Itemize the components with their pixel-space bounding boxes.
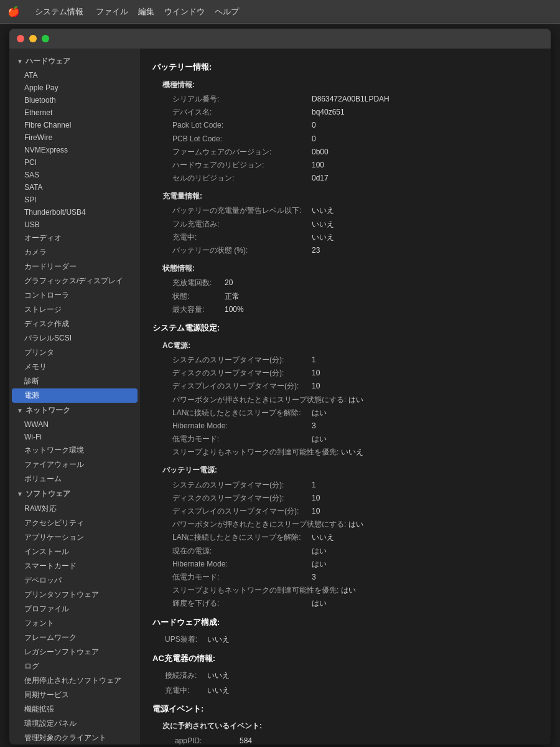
maximize-button[interactable] bbox=[42, 35, 49, 42]
disk-sleep-label: ディスクのスリープタイマー(分): bbox=[172, 367, 309, 379]
hardware-config-title: ハードウェア構成: bbox=[152, 616, 538, 629]
sidebar-item-fonts[interactable]: フォント bbox=[9, 616, 140, 631]
sidebar-item-sas[interactable]: SAS bbox=[9, 169, 140, 181]
system-sleep-value: 1 bbox=[312, 354, 316, 366]
sidebar-item-thunderbolt[interactable]: Thunderbolt/USB4 bbox=[9, 206, 140, 218]
sidebar-item-applepay[interactable]: Apple Pay bbox=[9, 82, 140, 94]
sidebar-item-smartcard[interactable]: スマートカード bbox=[9, 559, 140, 573]
sidebar-item-pci[interactable]: PCI bbox=[9, 156, 140, 169]
sidebar-item-volume[interactable]: ボリューム bbox=[9, 472, 140, 486]
sidebar-item-applications[interactable]: アプリケーション bbox=[9, 530, 140, 545]
menu-file[interactable]: ファイル bbox=[96, 6, 128, 17]
sidebar-item-sata[interactable]: SATA bbox=[9, 181, 140, 194]
disk-sleep-value: 10 bbox=[312, 367, 320, 379]
batt-low-power-label: 低電力モード: bbox=[172, 571, 309, 583]
sidebar-item-network-env[interactable]: ネットワーク環境 bbox=[9, 443, 140, 458]
power-button-row: パワーボタンが押されたときにスリープ状態にする: はい bbox=[172, 394, 538, 406]
sidebar-item-controller[interactable]: コントローラ bbox=[9, 288, 140, 303]
power-events-title: 電源イベント: bbox=[152, 703, 538, 716]
display-sleep-label: ディスプレイのスリープタイマー(分): bbox=[172, 380, 309, 392]
batt-disk-sleep-label: ディスクのスリープタイマー(分): bbox=[172, 492, 309, 504]
sidebar-item-disk[interactable]: ディスク作成 bbox=[9, 317, 140, 331]
sidebar-item-ethernet[interactable]: Ethernet bbox=[9, 106, 140, 119]
sidebar-item-deprecated[interactable]: 使用停止されたソフトウェア bbox=[9, 674, 140, 688]
system-sleep-label: システムのスリープタイマー(分): bbox=[172, 354, 309, 366]
event1-pid-value: 584 bbox=[240, 735, 252, 745]
sidebar-item-log[interactable]: ログ bbox=[9, 659, 140, 674]
sidebar-item-storage[interactable]: ストレージ bbox=[9, 303, 140, 317]
sidebar-item-bluetooth[interactable]: Bluetooth bbox=[9, 94, 140, 106]
serial-value: D863472A00B1LPDAH bbox=[312, 93, 390, 105]
sidebar-item-legacy[interactable]: レガシーソフトウェア bbox=[9, 645, 140, 659]
sidebar-item-managed[interactable]: 管理対象のクライアント bbox=[9, 731, 140, 745]
device-row: デバイス名: bq40z651 bbox=[172, 106, 538, 118]
menu-window[interactable]: ウインドウ bbox=[164, 6, 205, 17]
minimize-button[interactable] bbox=[29, 35, 37, 42]
sidebar-item-ata[interactable]: ATA bbox=[9, 69, 140, 82]
next-event-block: 次に予約されているイベント: appPID: 584 種類: スリープ解除 スケ… bbox=[162, 720, 538, 745]
apple-menu-icon[interactable]: 🍎 bbox=[7, 6, 20, 17]
hardware-label: ハードウェア bbox=[26, 56, 70, 67]
sidebar-item-firewall[interactable]: ファイアウォール bbox=[9, 458, 140, 472]
sidebar-item-power[interactable]: 電源 bbox=[12, 388, 138, 403]
hibernate-label: Hibernate Mode: bbox=[172, 420, 309, 432]
connected-value: いいえ bbox=[207, 670, 230, 682]
charge-info-block: 充電量情報: バッテリーの充電量が警告レベル以下: いいえ フル充電済み: いい… bbox=[162, 190, 538, 256]
sidebar-item-spi[interactable]: SPI bbox=[9, 194, 140, 206]
sidebar-item-wifi[interactable]: Wi-Fi bbox=[9, 431, 140, 443]
sidebar-item-developer[interactable]: デベロッパ bbox=[9, 573, 140, 588]
batt-low-power-value: 3 bbox=[312, 571, 316, 583]
chevron-network: ▼ bbox=[17, 407, 23, 414]
network-priority-value: いいえ bbox=[341, 446, 363, 458]
network-priority-label: スリープよりもネットワークの到達可能性を優先: bbox=[172, 446, 338, 458]
menu-edit[interactable]: 編集 bbox=[138, 6, 154, 17]
chevron-hardware: ▼ bbox=[17, 58, 23, 65]
sidebar-item-extensions[interactable]: 機能拡張 bbox=[9, 702, 140, 716]
sidebar-item-fibrechannel[interactable]: Fibre Channel bbox=[9, 119, 140, 131]
charging-row: 充電中: いいえ bbox=[172, 232, 538, 243]
cell-rev-label: セルのリビジョン: bbox=[172, 172, 309, 184]
sidebar-item-prefpanes[interactable]: 環境設定パネル bbox=[9, 716, 140, 731]
sidebar-item-profile[interactable]: プロファイル bbox=[9, 602, 140, 616]
sidebar-item-framework[interactable]: フレームワーク bbox=[9, 631, 140, 645]
battery-section-title: バッテリー情報: bbox=[152, 61, 538, 74]
device-label: デバイス名: bbox=[172, 106, 309, 118]
sidebar-item-printer-sw[interactable]: プリンタソフトウェア bbox=[9, 588, 140, 602]
sidebar-item-graphics[interactable]: グラフィックス/ディスプレイ bbox=[9, 274, 140, 288]
sidebar-item-raw[interactable]: RAW対応 bbox=[9, 502, 140, 516]
current-power-row: 現在の電源: はい bbox=[172, 545, 538, 557]
sidebar-item-camera[interactable]: カメラ bbox=[9, 245, 140, 260]
sidebar-item-parallelscsi[interactable]: パラレルSCSI bbox=[9, 331, 140, 345]
sidebar-item-memory[interactable]: メモリ bbox=[9, 360, 140, 374]
battery-health-value: 23 bbox=[312, 245, 320, 256]
sidebar-item-wwan[interactable]: WWAN bbox=[9, 418, 140, 431]
sidebar-item-usb[interactable]: USB bbox=[9, 218, 140, 231]
condition-value: 正常 bbox=[225, 291, 240, 303]
batt-disk-sleep-value: 10 bbox=[312, 492, 320, 504]
sidebar-item-install[interactable]: インストール bbox=[9, 545, 140, 559]
sidebar-item-audio[interactable]: オーディオ bbox=[9, 231, 140, 245]
battery-health-row: バッテリーの状態 (%): 23 bbox=[172, 245, 538, 256]
sidebar-item-accessibility[interactable]: アクセシビリティ bbox=[9, 516, 140, 530]
sidebar-item-nvmexpress[interactable]: NVMExpress bbox=[9, 144, 140, 156]
sidebar-item-cardreader[interactable]: カードリーダー bbox=[9, 260, 140, 274]
sidebar-item-firewire[interactable]: FireWire bbox=[9, 131, 140, 144]
batt-low-power-row: 低電力モード: 3 bbox=[172, 571, 538, 583]
sidebar-item-diagnostics[interactable]: 診断 bbox=[9, 374, 140, 388]
sidebar-item-printer[interactable]: プリンタ bbox=[9, 345, 140, 360]
warning-value: いいえ bbox=[312, 205, 334, 217]
pcb-lot-value: 0 bbox=[312, 133, 316, 145]
batt-hibernate-value: はい bbox=[312, 558, 327, 570]
lan-sleep-row: LANに接続したときにスリープを解除: はい bbox=[172, 407, 538, 419]
menu-bar: ファイル 編集 ウインドウ ヘルプ bbox=[96, 6, 239, 17]
pcb-lot-label: PCB Lot Code: bbox=[172, 133, 309, 145]
menu-help[interactable]: ヘルプ bbox=[215, 6, 239, 17]
system-sleep-row: システムのスリープタイマー(分): 1 bbox=[172, 354, 538, 366]
warning-label: バッテリーの充電量が警告レベル以下: bbox=[172, 205, 309, 217]
close-button[interactable] bbox=[17, 35, 24, 42]
reduce-bright-label: 輝度を下げる: bbox=[172, 598, 309, 609]
sidebar-item-sync[interactable]: 同期サービス bbox=[9, 688, 140, 702]
chevron-software: ▼ bbox=[17, 491, 23, 497]
low-power-label: 低電力モード: bbox=[172, 433, 309, 445]
cell-rev-value: 0d17 bbox=[312, 172, 329, 184]
